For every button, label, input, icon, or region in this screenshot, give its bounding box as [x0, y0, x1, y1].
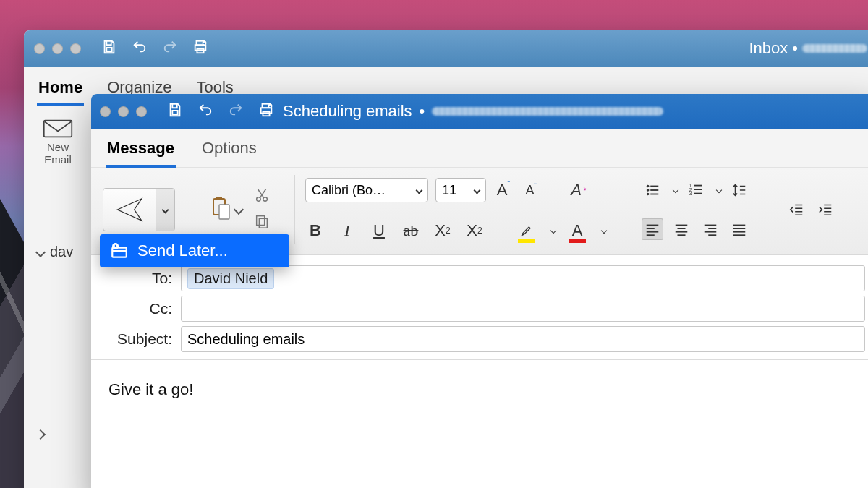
send-later-menu-item[interactable]: Send Later... — [100, 234, 289, 267]
minimize-icon[interactable] — [118, 106, 129, 117]
copy-icon[interactable] — [254, 213, 270, 232]
subject-field[interactable]: Scheduling emails — [181, 326, 865, 352]
svg-rect-5 — [44, 121, 72, 137]
redo-icon[interactable] — [162, 39, 178, 58]
body-text: Give it a go! — [109, 380, 193, 398]
svg-rect-33 — [647, 234, 655, 236]
svg-rect-36 — [676, 231, 688, 233]
cc-label: Cc: — [106, 300, 172, 317]
svg-rect-16 — [257, 216, 265, 226]
send-later-label: Send Later... — [137, 241, 228, 260]
title-dot: • — [792, 39, 798, 58]
tab-options[interactable]: Options — [200, 134, 258, 167]
title-dot: • — [420, 102, 425, 121]
compose-window: Scheduling emails • Message Options — [91, 94, 868, 488]
grow-font-icon[interactable]: Aˆ — [493, 179, 514, 201]
account-address-blurred — [802, 44, 867, 53]
send-button[interactable] — [103, 189, 156, 231]
decrease-indent-button[interactable] — [786, 199, 807, 221]
tab-message[interactable]: Message — [106, 134, 176, 168]
svg-rect-43 — [733, 228, 746, 229]
zoom-icon[interactable] — [136, 106, 147, 117]
font-size-combo[interactable]: 11 — [435, 178, 486, 202]
numbered-dropdown-icon[interactable] — [716, 187, 722, 193]
font-color-dropdown-icon[interactable] — [601, 228, 607, 234]
highlight-color-button[interactable] — [516, 220, 537, 241]
recipient-chip[interactable]: David Nield — [187, 268, 274, 289]
undo-icon[interactable] — [197, 102, 213, 121]
message-body[interactable]: Give it a go! — [91, 360, 868, 419]
svg-rect-27 — [694, 189, 702, 190]
minimize-icon[interactable] — [52, 43, 63, 54]
line-spacing-button[interactable] — [728, 179, 750, 201]
clear-formatting-icon[interactable]: A⭏ — [569, 179, 589, 201]
main-titlebar: Inbox • — [24, 30, 868, 67]
bullet-dropdown-icon[interactable] — [673, 187, 678, 193]
chevron-right-icon — [35, 429, 46, 440]
print-icon[interactable] — [258, 102, 274, 121]
font-color-button[interactable]: A — [567, 220, 587, 241]
tab-home[interactable]: Home — [37, 74, 84, 106]
font-family-combo[interactable]: Calibri (Bo… — [305, 178, 428, 202]
increase-indent-button[interactable] — [814, 199, 836, 221]
svg-rect-23 — [650, 194, 658, 195]
svg-rect-17 — [259, 218, 267, 228]
numbered-list-button[interactable]: 123 — [685, 179, 707, 201]
save-icon[interactable] — [167, 102, 183, 121]
close-icon[interactable] — [100, 106, 111, 117]
shrink-font-icon[interactable]: Aˇ — [521, 179, 541, 201]
svg-rect-30 — [647, 225, 659, 226]
svg-rect-41 — [708, 234, 716, 236]
justify-button[interactable] — [728, 218, 750, 240]
svg-text:3: 3 — [689, 191, 692, 196]
window-controls[interactable] — [34, 43, 81, 54]
svg-rect-13 — [219, 205, 229, 219]
svg-rect-44 — [733, 231, 746, 233]
svg-rect-39 — [708, 228, 716, 229]
font-size-value: 11 — [442, 183, 456, 198]
bold-button[interactable]: B — [305, 220, 326, 241]
svg-rect-38 — [705, 225, 717, 226]
close-icon[interactable] — [34, 43, 45, 54]
subscript-button[interactable]: X2 — [433, 220, 453, 241]
chevron-down-icon — [35, 247, 46, 257]
compose-address-blurred — [432, 107, 663, 116]
svg-rect-31 — [647, 228, 655, 229]
font-family-value: Calibri (Bo… — [312, 183, 386, 198]
paste-dropdown-icon[interactable] — [234, 205, 244, 215]
align-right-button[interactable] — [699, 218, 721, 240]
account-row[interactable]: dav — [37, 241, 73, 262]
account-name: dav — [50, 244, 73, 260]
paste-icon[interactable] — [210, 196, 232, 223]
cc-field[interactable] — [181, 296, 865, 322]
undo-icon[interactable] — [132, 39, 148, 58]
svg-rect-25 — [694, 185, 702, 187]
compose-ribbon: Calibri (Bo… 11 Aˆ Aˇ A⭏ B I U ab X2 X2 — [91, 168, 868, 255]
new-email-button[interactable]: New Email — [24, 111, 93, 171]
save-icon[interactable] — [101, 39, 117, 58]
svg-rect-0 — [106, 48, 111, 52]
send-dropdown[interactable] — [156, 189, 174, 231]
zoom-icon[interactable] — [70, 43, 81, 54]
redo-icon[interactable] — [228, 102, 244, 121]
cut-icon[interactable] — [254, 187, 270, 206]
align-left-button[interactable] — [642, 218, 663, 240]
compose-titlebar: Scheduling emails • — [91, 94, 868, 129]
svg-rect-19 — [650, 186, 658, 187]
align-center-button[interactable] — [671, 218, 692, 240]
compose-window-controls[interactable] — [100, 106, 147, 117]
underline-button[interactable]: U — [369, 220, 389, 241]
superscript-button[interactable]: X2 — [464, 220, 485, 241]
account-row-collapsed[interactable] — [37, 429, 73, 440]
bullet-list-button[interactable] — [642, 179, 663, 201]
print-icon[interactable] — [192, 39, 208, 58]
highlight-dropdown-icon[interactable] — [550, 228, 556, 234]
italic-button[interactable]: I — [337, 220, 357, 241]
strikethrough-button[interactable]: ab — [401, 220, 421, 241]
to-label: To: — [106, 270, 172, 287]
svg-rect-42 — [733, 225, 746, 226]
svg-rect-34 — [676, 225, 688, 226]
send-split-button[interactable] — [103, 188, 175, 231]
to-field[interactable]: David Nield — [181, 265, 865, 291]
folder-pane: dav — [37, 241, 73, 440]
